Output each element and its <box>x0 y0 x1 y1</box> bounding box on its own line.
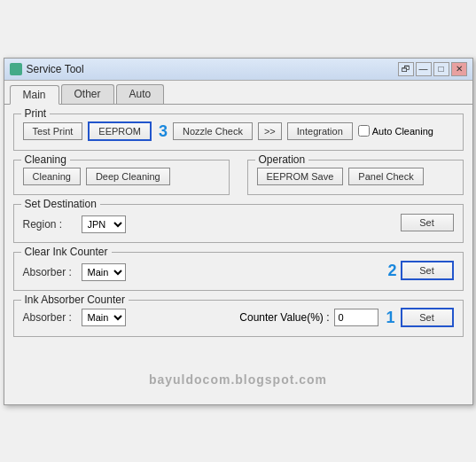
deep-cleaning-button[interactable]: Deep Cleaning <box>86 168 170 185</box>
auto-cleaning-checkbox[interactable] <box>358 125 370 137</box>
badge-1: 1 <box>386 309 394 325</box>
absorber-row-clear: Absorber : Main Sub <box>23 263 126 281</box>
cleaning-buttons-row: Cleaning Deep Cleaning <box>23 168 220 185</box>
absorber-label-clear: Absorber : <box>23 266 76 278</box>
ink-absorber-counter-group: Ink Absorber Counter Absorber : Main Sub… <box>13 300 464 337</box>
set-ink-absorber-button[interactable]: Set <box>401 308 454 327</box>
eeprom-button[interactable]: EEPROM <box>88 121 152 141</box>
ink-absorber-counter-label: Ink Absorber Counter <box>21 294 129 306</box>
integration-button[interactable]: Integration <box>287 122 353 140</box>
clear-ink-counter-group: Clear Ink Counter Absorber : Main Sub 2 … <box>13 252 464 291</box>
absorber-select-clear[interactable]: Main Sub <box>82 263 126 281</box>
tab-other[interactable]: Other <box>61 84 114 104</box>
panel-check-button[interactable]: Panel Check <box>348 168 423 185</box>
arrow-button[interactable]: >> <box>258 122 282 140</box>
counter-value-label: Counter Value(%) : <box>239 311 329 324</box>
badge-2: 2 <box>387 262 396 278</box>
close-button[interactable]: ✕ <box>451 62 467 76</box>
window-controls: 🗗 — □ ✕ <box>398 62 467 76</box>
region-select[interactable]: JPN USA EUR <box>82 215 126 233</box>
tab-auto[interactable]: Auto <box>116 84 165 104</box>
operation-buttons-row: EEPROM Save Panel Check <box>257 168 454 185</box>
main-window: Service Tool 🗗 — □ ✕ Main Other Auto Pri… <box>4 58 473 405</box>
nozzle-check-button[interactable]: Nozzle Check <box>173 122 253 140</box>
absorber-label-ink: Absorber : <box>23 311 76 324</box>
app-icon <box>10 63 22 75</box>
tab-main[interactable]: Main <box>10 85 59 105</box>
region-label: Region : <box>23 218 76 231</box>
print-group-label: Print <box>21 107 51 120</box>
window-title: Service Tool <box>27 63 84 75</box>
auto-cleaning-checkbox-label[interactable]: Auto Cleaning <box>358 125 433 137</box>
counter-value-input[interactable] <box>334 309 378 326</box>
operation-section: Operation EEPROM Save Panel Check <box>247 160 464 204</box>
badge-3: 3 <box>159 123 168 139</box>
operation-group: Operation EEPROM Save Panel Check <box>247 160 464 195</box>
print-buttons-row: Test Print EEPROM 3 Nozzle Check >> Inte… <box>23 121 454 141</box>
print-group: Print Test Print EEPROM 3 Nozzle Check >… <box>13 114 464 151</box>
cleaning-group-label: Cleaning <box>21 153 70 166</box>
cleaning-group: Cleaning Cleaning Deep Cleaning <box>13 160 230 195</box>
test-print-button[interactable]: Test Print <box>23 122 83 140</box>
clear-ink-counter-label: Clear Ink Counter <box>21 246 112 258</box>
eeprom-save-button[interactable]: EEPROM Save <box>257 168 344 185</box>
maximize-button[interactable]: □ <box>433 62 449 76</box>
operation-group-label: Operation <box>255 153 309 166</box>
absorber-select-ink[interactable]: Main Sub <box>82 309 126 326</box>
title-bar: Service Tool 🗗 — □ ✕ <box>4 59 472 81</box>
main-content: Print Test Print EEPROM 3 Nozzle Check >… <box>4 105 472 404</box>
title-bar-left: Service Tool <box>10 63 84 75</box>
set-destination-label: Set Destination <box>21 198 100 210</box>
minimize-button[interactable]: — <box>416 62 432 76</box>
set-destination-button[interactable]: Set <box>401 214 454 231</box>
cleaning-button[interactable]: Cleaning <box>23 168 81 185</box>
set-clear-ink-button[interactable]: Set <box>401 261 454 280</box>
watermark: bayuldocom.blogspot.com <box>13 346 464 395</box>
set-destination-group: Set Destination Region : JPN USA EUR Set <box>13 204 464 243</box>
region-row: Region : JPN USA EUR <box>23 215 126 233</box>
auto-cleaning-label: Auto Cleaning <box>372 126 433 137</box>
tab-bar: Main Other Auto <box>4 81 472 105</box>
restore-button[interactable]: 🗗 <box>398 62 414 76</box>
